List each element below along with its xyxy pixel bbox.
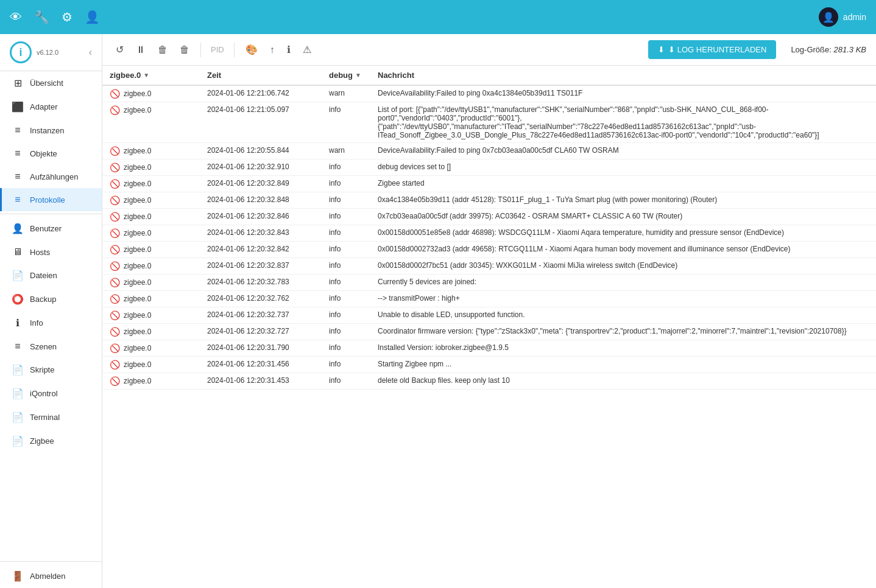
clear-button[interactable]: 🗑: [176, 42, 193, 58]
table-row: 🚫 zigbee.0 2024-01-06 12:20:32.737 info …: [102, 307, 876, 324]
zigbee-icon: 📄: [12, 435, 24, 447]
source-error-icon: 🚫: [110, 89, 120, 99]
sidebar-label-benutzer: Benutzer: [30, 224, 62, 233]
warn-filter-button[interactable]: ⚠: [299, 41, 315, 58]
table-row: 🚫 zigbee.0 2024-01-06 12:21:06.742 warn …: [102, 85, 876, 102]
backup-icon: ⭕: [12, 293, 24, 305]
download-log-button[interactable]: ⬇ ⬇ LOG HERUNTERLADEN: [648, 40, 776, 59]
log-source-cell: 🚫 zigbee.0: [102, 373, 200, 390]
table-row: 🚫 zigbee.0 2024-01-06 12:20:55.844 warn …: [102, 143, 876, 159]
log-source: zigbee.0: [124, 377, 151, 385]
sidebar-item-protokolle[interactable]: ≡ Protokolle: [0, 188, 102, 211]
log-time: 2024-01-06 12:21:05.097: [200, 102, 322, 143]
table-row: 🚫 zigbee.0 2024-01-06 12:20:32.783 info …: [102, 275, 876, 291]
log-message: 0x00158d0002732ad3 (addr 49658): RTCGQ11…: [370, 242, 876, 258]
log-source-cell: 🚫 zigbee.0: [102, 275, 200, 291]
sidebar-item-benutzer[interactable]: 👤 Benutzer: [0, 217, 102, 240]
sidebar-item-objekte[interactable]: ≡ Objekte: [0, 142, 102, 165]
log-size: Log-Größe: 281.3 KB: [791, 45, 866, 54]
log-source: zigbee.0: [124, 229, 151, 237]
log-level: info: [322, 291, 370, 307]
sidebar-toggle[interactable]: ‹: [89, 47, 92, 58]
source-dropdown-icon[interactable]: ▼: [143, 72, 149, 79]
log-message: debug devices set to []: [370, 159, 876, 176]
objekte-icon: ≡: [12, 148, 24, 159]
log-source: zigbee.0: [124, 89, 151, 98]
log-time: 2024-01-06 12:20:32.783: [200, 275, 322, 291]
sidebar-item-hosts[interactable]: 🖥 Hosts: [0, 240, 102, 264]
log-source: zigbee.0: [124, 311, 151, 320]
log-source: zigbee.0: [124, 344, 151, 352]
skripte-icon: 📄: [12, 364, 24, 376]
sidebar-item-info[interactable]: ℹ Info: [0, 311, 102, 335]
eye-icon[interactable]: 👁: [10, 10, 22, 24]
user-icon[interactable]: 👤: [85, 10, 100, 24]
hosts-icon: 🖥: [12, 247, 24, 257]
source-error-icon: 🚫: [110, 228, 120, 238]
log-message: 0xa4c1384e05b39d11 (addr 45128): TS011F_…: [370, 192, 876, 209]
log-level: info: [322, 357, 370, 373]
log-message: Installed Version: iobroker.zigbee@1.9.5: [370, 340, 876, 357]
sidebar-item-dateien[interactable]: 📄 Dateien: [0, 264, 102, 287]
sidebar-item-abmelden[interactable]: 🚪 Abmelden: [0, 564, 102, 588]
avatar: 👤: [819, 7, 838, 27]
col-header-message: Nachricht: [370, 66, 876, 85]
log-level: info: [322, 340, 370, 357]
log-source: zigbee.0: [124, 360, 151, 369]
palette-button[interactable]: 🎨: [242, 41, 261, 58]
log-source: zigbee.0: [124, 147, 151, 155]
sidebar-item-backup[interactable]: ⭕ Backup: [0, 287, 102, 311]
level-dropdown-icon[interactable]: ▼: [355, 72, 361, 79]
source-filter-value[interactable]: zigbee.0: [110, 71, 141, 80]
wrench-icon[interactable]: 🔧: [34, 10, 49, 24]
log-source-cell: 🚫 zigbee.0: [102, 85, 200, 102]
sidebar-label-backup: Backup: [30, 295, 56, 304]
sidebar-item-instanzen[interactable]: ≡ Instanzen: [0, 119, 102, 142]
export-button[interactable]: ↑: [266, 42, 278, 58]
log-level: info: [322, 225, 370, 242]
download-label: ⬇ LOG HERUNTERLADEN: [668, 45, 766, 54]
pause-button[interactable]: ⏸: [132, 42, 149, 58]
log-source: zigbee.0: [124, 212, 151, 221]
log-time: 2024-01-06 12:20:31.456: [200, 357, 322, 373]
log-source-cell: 🚫 zigbee.0: [102, 357, 200, 373]
reload-button[interactable]: ↺: [112, 41, 127, 58]
gear-icon[interactable]: ⚙: [62, 10, 72, 24]
log-source: zigbee.0: [124, 245, 151, 254]
sidebar-item-terminal[interactable]: 📄 Terminal: [0, 405, 102, 429]
log-source-cell: 🚫 zigbee.0: [102, 102, 200, 143]
adapter-icon: ⬛: [12, 101, 24, 113]
logo-circle: i: [10, 41, 32, 63]
log-toolbar: ↺ ⏸ 🗑 🗑 PID 🎨 ↑ ℹ ⚠ ⬇ ⬇ LOG HERUNTERLADE…: [102, 34, 876, 66]
topbar-user[interactable]: 👤 admin: [819, 7, 866, 27]
log-time: 2024-01-06 12:20:32.849: [200, 176, 322, 192]
sidebar-item-iqontrol[interactable]: 📄 iQontrol: [0, 382, 102, 405]
log-message: Unable to disable LED, unsupported funct…: [370, 307, 876, 324]
sidebar-item-adapter[interactable]: ⬛ Adapter: [0, 95, 102, 119]
sidebar-item-skripte[interactable]: 📄 Skripte: [0, 358, 102, 382]
delete-button[interactable]: 🗑: [154, 42, 171, 58]
protokolle-icon: ≡: [12, 194, 24, 205]
sidebar-item-zigbee[interactable]: 📄 Zigbee: [0, 429, 102, 453]
log-source-cell: 🚫 zigbee.0: [102, 159, 200, 176]
log-source-cell: 🚫 zigbee.0: [102, 176, 200, 192]
source-error-icon: 🚫: [110, 212, 120, 222]
log-table: zigbee.0 ▼ Zeit debug ▼ Nachricht: [102, 66, 876, 390]
iqontrol-icon: 📄: [12, 388, 24, 399]
sidebar-label-objekte: Objekte: [30, 149, 57, 158]
app-version: v6.12.0: [37, 49, 58, 56]
log-message: Starting Zigbee npm ...: [370, 357, 876, 373]
level-filter-value[interactable]: debug: [329, 71, 353, 80]
info-filter-button[interactable]: ℹ: [283, 41, 294, 58]
sidebar-item-szenen[interactable]: ≡ Szenen: [0, 335, 102, 358]
log-time: 2024-01-06 12:20:32.842: [200, 242, 322, 258]
source-error-icon: 🚫: [110, 261, 120, 271]
log-time: 2024-01-06 12:20:32.737: [200, 307, 322, 324]
instanzen-icon: ≡: [12, 125, 24, 136]
log-level: info: [322, 242, 370, 258]
log-time: 2024-01-06 12:20:32.762: [200, 291, 322, 307]
log-message: DeviceAvailability:Failed to ping 0xa4c1…: [370, 85, 876, 102]
sidebar-item-aufzaehlungen[interactable]: ≡ Aufzählungen: [0, 165, 102, 188]
sidebar-item-uebersicht[interactable]: ⊞ Übersicht: [0, 71, 102, 95]
grid-icon: ⊞: [12, 77, 24, 89]
